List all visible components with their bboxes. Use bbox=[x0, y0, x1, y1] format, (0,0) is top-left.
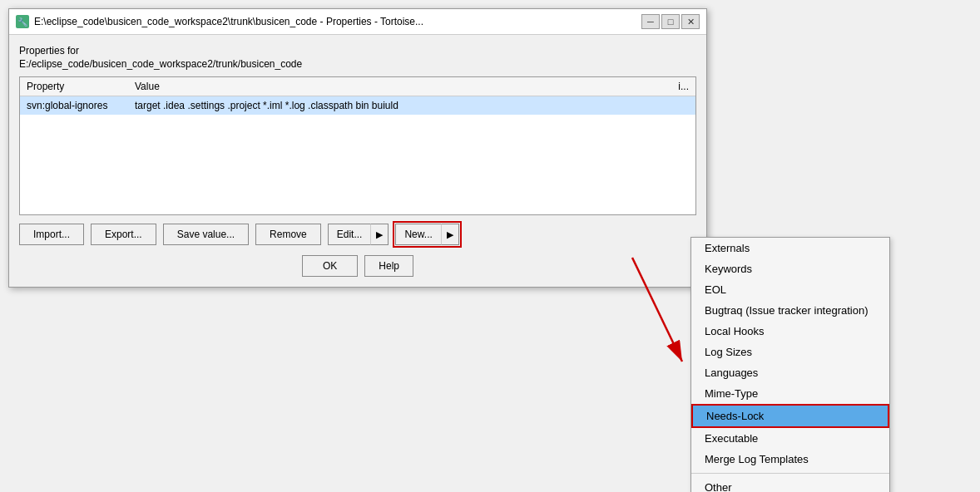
menu-item-externals[interactable]: Externals bbox=[691, 238, 889, 258]
ok-row: OK Help bbox=[19, 255, 696, 277]
save-value-button[interactable]: Save value... bbox=[163, 224, 249, 245]
properties-for-label: Properties for bbox=[19, 45, 696, 57]
table-row[interactable]: svn:global-ignores target .idea .setting… bbox=[20, 96, 695, 116]
table-empty-space bbox=[20, 115, 695, 214]
cell-property: svn:global-ignores bbox=[20, 96, 128, 116]
buttons-row: Import... Export... Save value... Remove… bbox=[19, 224, 696, 245]
ok-button[interactable]: OK bbox=[302, 255, 358, 277]
dialog-window: 🔧 E:\eclipse_code\busicen_code_workspace… bbox=[8, 8, 707, 288]
edit-button[interactable]: Edit... bbox=[328, 224, 371, 245]
cell-extra bbox=[671, 96, 695, 116]
menu-item-mime-type[interactable]: Mime-Type bbox=[691, 383, 889, 404]
title-bar: 🔧 E:\eclipse_code\busicen_code_workspace… bbox=[9, 9, 706, 35]
col-property: Property bbox=[20, 77, 128, 96]
table-header-row: Property Value i... bbox=[20, 77, 695, 96]
menu-item-languages[interactable]: Languages bbox=[691, 362, 889, 383]
menu-item-executable[interactable]: Executable bbox=[691, 428, 889, 449]
menu-item-log-sizes[interactable]: Log Sizes bbox=[691, 342, 889, 362]
minimize-button[interactable]: ─ bbox=[641, 14, 660, 29]
dialog-content: Properties for E:/eclipse_code/busicen_c… bbox=[9, 35, 706, 287]
new-button-group: New... ▶ bbox=[395, 224, 458, 245]
title-bar-left: 🔧 E:\eclipse_code\busicen_code_workspace… bbox=[16, 15, 423, 28]
menu-item-other[interactable]: Other bbox=[691, 477, 889, 492]
menu-item-needs-lock[interactable]: Needs-Lock bbox=[691, 404, 889, 428]
help-button[interactable]: Help bbox=[364, 255, 413, 277]
title-bar-buttons: ─ □ ✕ bbox=[641, 14, 700, 29]
cell-value: target .idea .settings .project *.iml *.… bbox=[128, 96, 671, 116]
menu-item-local-hooks[interactable]: Local Hooks bbox=[691, 321, 889, 342]
close-button[interactable]: ✕ bbox=[681, 14, 700, 29]
window-title: E:\eclipse_code\busicen_code_workspace2\… bbox=[34, 16, 423, 27]
property-table-container: Property Value i... svn:global-ignores t… bbox=[19, 76, 696, 215]
remove-button[interactable]: Remove bbox=[255, 224, 321, 245]
app-icon: 🔧 bbox=[16, 15, 29, 28]
menu-divider bbox=[691, 473, 889, 474]
property-table: Property Value i... svn:global-ignores t… bbox=[20, 77, 695, 214]
import-button[interactable]: Import... bbox=[19, 224, 84, 245]
menu-item-keywords[interactable]: Keywords bbox=[691, 258, 889, 279]
menu-item-merge-log-templates[interactable]: Merge Log Templates bbox=[691, 449, 889, 470]
maximize-button[interactable]: □ bbox=[661, 14, 680, 29]
new-button[interactable]: New... bbox=[395, 224, 440, 245]
table-spacer-row bbox=[20, 115, 695, 214]
properties-path: E:/eclipse_code/busicen_code_workspace2/… bbox=[19, 58, 696, 70]
col-value: Value bbox=[128, 77, 671, 96]
col-info: i... bbox=[671, 77, 695, 96]
edit-arrow-button[interactable]: ▶ bbox=[370, 224, 389, 245]
dropdown-menu: Externals Keywords EOL Bugtraq (Issue tr… bbox=[690, 237, 890, 492]
edit-button-group: Edit... ▶ bbox=[328, 224, 389, 245]
export-button[interactable]: Export... bbox=[91, 224, 156, 245]
menu-item-eol[interactable]: EOL bbox=[691, 279, 889, 300]
new-arrow-button[interactable]: ▶ bbox=[441, 224, 459, 245]
menu-item-bugtraq[interactable]: Bugtraq (Issue tracker integration) bbox=[691, 300, 889, 321]
